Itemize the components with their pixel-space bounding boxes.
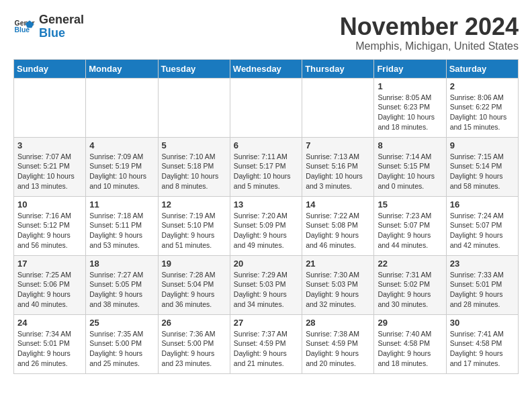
calendar-cell: 10Sunrise: 7:16 AM Sunset: 5:12 PM Dayli… (14, 196, 86, 255)
day-info: Sunrise: 7:30 AM Sunset: 5:03 PM Dayligh… (306, 270, 370, 310)
calendar-cell: 3Sunrise: 7:07 AM Sunset: 5:21 PM Daylig… (14, 137, 86, 196)
day-info: Sunrise: 8:05 AM Sunset: 6:23 PM Dayligh… (378, 93, 442, 132)
calendar-week-row: 3Sunrise: 7:07 AM Sunset: 5:21 PM Daylig… (14, 137, 519, 196)
day-info: Sunrise: 7:24 AM Sunset: 5:07 PM Dayligh… (450, 211, 515, 250)
logo-text: General Blue (39, 13, 84, 40)
day-number: 14 (306, 199, 370, 210)
day-number: 13 (234, 199, 298, 210)
calendar-cell (230, 78, 302, 137)
calendar-header-row: SundayMondayTuesdayWednesdayThursdayFrid… (14, 59, 519, 78)
calendar-cell: 5Sunrise: 7:10 AM Sunset: 5:18 PM Daylig… (158, 137, 230, 196)
day-info: Sunrise: 7:10 AM Sunset: 5:18 PM Dayligh… (162, 152, 226, 191)
day-number: 28 (306, 318, 370, 328)
calendar-week-row: 24Sunrise: 7:34 AM Sunset: 5:01 PM Dayli… (14, 314, 519, 373)
day-info: Sunrise: 7:22 AM Sunset: 5:08 PM Dayligh… (306, 211, 370, 250)
calendar-cell: 1Sunrise: 8:05 AM Sunset: 6:23 PM Daylig… (374, 78, 446, 137)
calendar: SundayMondayTuesdayWednesdayThursdayFrid… (13, 59, 519, 374)
day-info: Sunrise: 7:15 AM Sunset: 5:14 PM Dayligh… (450, 152, 515, 191)
calendar-cell: 13Sunrise: 7:20 AM Sunset: 5:09 PM Dayli… (230, 196, 302, 255)
calendar-cell: 4Sunrise: 7:09 AM Sunset: 5:19 PM Daylig… (86, 137, 158, 196)
calendar-cell: 27Sunrise: 7:37 AM Sunset: 4:59 PM Dayli… (230, 314, 302, 373)
day-info: Sunrise: 7:37 AM Sunset: 4:59 PM Dayligh… (234, 329, 298, 369)
day-info: Sunrise: 7:34 AM Sunset: 5:01 PM Dayligh… (17, 329, 82, 369)
day-info: Sunrise: 7:13 AM Sunset: 5:16 PM Dayligh… (306, 152, 370, 191)
day-info: Sunrise: 7:38 AM Sunset: 4:59 PM Dayligh… (306, 329, 370, 369)
calendar-cell: 6Sunrise: 7:11 AM Sunset: 5:17 PM Daylig… (230, 137, 302, 196)
day-number: 20 (234, 259, 298, 269)
weekday-header: Friday (374, 59, 446, 78)
day-info: Sunrise: 7:14 AM Sunset: 5:15 PM Dayligh… (378, 152, 442, 191)
calendar-cell (86, 78, 158, 137)
day-number: 2 (450, 81, 515, 91)
day-number: 19 (162, 259, 226, 269)
calendar-cell: 2Sunrise: 8:06 AM Sunset: 6:22 PM Daylig… (446, 78, 518, 137)
day-info: Sunrise: 7:11 AM Sunset: 5:17 PM Dayligh… (234, 152, 298, 191)
day-info: Sunrise: 7:28 AM Sunset: 5:04 PM Dayligh… (162, 270, 226, 310)
calendar-cell: 26Sunrise: 7:36 AM Sunset: 5:00 PM Dayli… (158, 314, 230, 373)
calendar-cell: 23Sunrise: 7:33 AM Sunset: 5:01 PM Dayli… (446, 255, 518, 314)
calendar-cell: 29Sunrise: 7:40 AM Sunset: 4:58 PM Dayli… (374, 314, 446, 373)
day-info: Sunrise: 7:09 AM Sunset: 5:19 PM Dayligh… (89, 152, 154, 191)
calendar-cell: 30Sunrise: 7:41 AM Sunset: 4:58 PM Dayli… (446, 314, 518, 373)
calendar-cell: 18Sunrise: 7:27 AM Sunset: 5:05 PM Dayli… (86, 255, 158, 314)
weekday-header: Monday (86, 59, 158, 78)
day-number: 26 (162, 318, 226, 328)
day-number: 16 (450, 199, 515, 210)
month-title: November 2024 (340, 13, 519, 40)
calendar-cell: 25Sunrise: 7:35 AM Sunset: 5:00 PM Dayli… (86, 314, 158, 373)
day-number: 8 (378, 140, 442, 150)
calendar-cell: 22Sunrise: 7:31 AM Sunset: 5:02 PM Dayli… (374, 255, 446, 314)
day-number: 22 (378, 259, 442, 269)
day-info: Sunrise: 7:29 AM Sunset: 5:03 PM Dayligh… (234, 270, 298, 310)
calendar-week-row: 17Sunrise: 7:25 AM Sunset: 5:06 PM Dayli… (14, 255, 519, 314)
calendar-cell (158, 78, 230, 137)
calendar-cell: 8Sunrise: 7:14 AM Sunset: 5:15 PM Daylig… (374, 137, 446, 196)
day-number: 21 (306, 259, 370, 269)
day-number: 5 (162, 140, 226, 150)
weekday-header: Saturday (446, 59, 518, 78)
day-info: Sunrise: 7:18 AM Sunset: 5:11 PM Dayligh… (89, 211, 154, 250)
calendar-cell: 15Sunrise: 7:23 AM Sunset: 5:07 PM Dayli… (374, 196, 446, 255)
calendar-cell (302, 78, 374, 137)
calendar-cell: 20Sunrise: 7:29 AM Sunset: 5:03 PM Dayli… (230, 255, 302, 314)
day-number: 9 (450, 140, 515, 150)
logo: General Blue General Blue (13, 13, 84, 40)
day-info: Sunrise: 7:23 AM Sunset: 5:07 PM Dayligh… (378, 211, 442, 250)
day-info: Sunrise: 7:25 AM Sunset: 5:06 PM Dayligh… (17, 270, 82, 310)
day-info: Sunrise: 7:16 AM Sunset: 5:12 PM Dayligh… (17, 211, 82, 250)
calendar-cell: 24Sunrise: 7:34 AM Sunset: 5:01 PM Dayli… (14, 314, 86, 373)
logo-icon: General Blue (13, 16, 35, 38)
day-number: 18 (89, 259, 154, 269)
weekday-header: Sunday (14, 59, 86, 78)
title-block: November 2024 Memphis, Michigan, United … (340, 13, 519, 52)
day-number: 7 (306, 140, 370, 150)
day-number: 24 (17, 318, 82, 328)
location: Memphis, Michigan, United States (340, 40, 519, 52)
calendar-cell: 17Sunrise: 7:25 AM Sunset: 5:06 PM Dayli… (14, 255, 86, 314)
day-number: 11 (89, 199, 154, 210)
day-number: 17 (17, 259, 82, 269)
day-number: 1 (378, 81, 442, 91)
calendar-cell: 19Sunrise: 7:28 AM Sunset: 5:04 PM Dayli… (158, 255, 230, 314)
day-info: Sunrise: 7:31 AM Sunset: 5:02 PM Dayligh… (378, 270, 442, 310)
day-number: 15 (378, 199, 442, 210)
day-number: 25 (89, 318, 154, 328)
calendar-cell: 12Sunrise: 7:19 AM Sunset: 5:10 PM Dayli… (158, 196, 230, 255)
day-number: 6 (234, 140, 298, 150)
day-number: 4 (89, 140, 154, 150)
calendar-cell: 16Sunrise: 7:24 AM Sunset: 5:07 PM Dayli… (446, 196, 518, 255)
calendar-cell: 9Sunrise: 7:15 AM Sunset: 5:14 PM Daylig… (446, 137, 518, 196)
calendar-cell: 7Sunrise: 7:13 AM Sunset: 5:16 PM Daylig… (302, 137, 374, 196)
day-info: Sunrise: 7:36 AM Sunset: 5:00 PM Dayligh… (162, 329, 226, 369)
day-info: Sunrise: 7:07 AM Sunset: 5:21 PM Dayligh… (17, 152, 82, 191)
calendar-cell: 28Sunrise: 7:38 AM Sunset: 4:59 PM Dayli… (302, 314, 374, 373)
calendar-cell: 11Sunrise: 7:18 AM Sunset: 5:11 PM Dayli… (86, 196, 158, 255)
calendar-cell: 14Sunrise: 7:22 AM Sunset: 5:08 PM Dayli… (302, 196, 374, 255)
day-number: 10 (17, 199, 82, 210)
weekday-header: Wednesday (230, 59, 302, 78)
day-number: 29 (378, 318, 442, 328)
day-number: 27 (234, 318, 298, 328)
day-info: Sunrise: 7:20 AM Sunset: 5:09 PM Dayligh… (234, 211, 298, 250)
day-info: Sunrise: 7:41 AM Sunset: 4:58 PM Dayligh… (450, 329, 515, 369)
day-number: 3 (17, 140, 82, 150)
